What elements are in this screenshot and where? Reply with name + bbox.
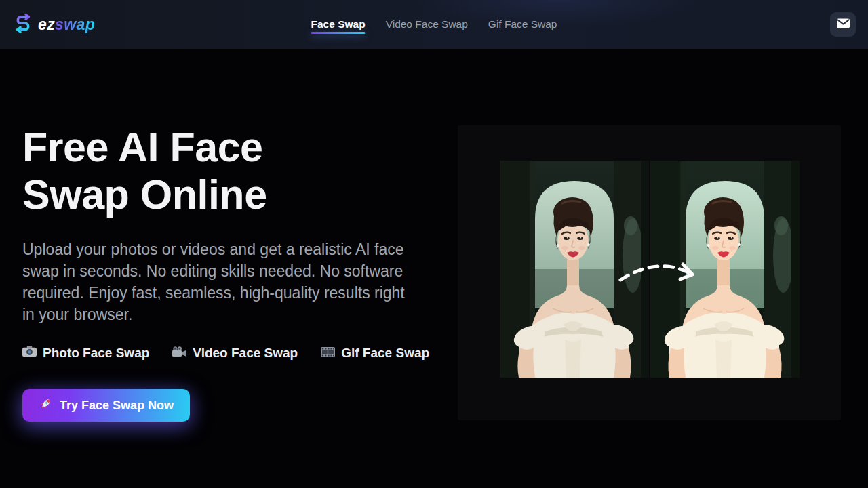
try-face-swap-button[interactable]: Try Face Swap Now (22, 389, 190, 422)
video-camera-icon (172, 346, 186, 361)
feature-photo-face-swap: Photo Face Swap (22, 345, 149, 361)
contact-mail-button[interactable] (830, 12, 856, 37)
brand-name-ez: ez (38, 16, 55, 33)
nav-item-face-swap[interactable]: Face Swap (311, 0, 366, 49)
swap-s-logo-icon (14, 13, 32, 36)
feature-list: Photo Face Swap Video Face Swap (22, 345, 429, 361)
brand-name: ezswap (38, 16, 95, 34)
active-tab-underline (311, 32, 366, 34)
face-swap-showcase-panel (458, 125, 841, 420)
page-title: Free AI Face Swap Online (22, 123, 402, 218)
rocket-icon (39, 396, 53, 414)
feature-label: Photo Face Swap (43, 346, 149, 361)
brand-logo[interactable]: ezswap (14, 0, 95, 49)
hero-description: Upload your photos or videos and get a r… (22, 239, 406, 325)
feature-label: Gif Face Swap (341, 346, 429, 361)
cta-label: Try Face Swap Now (60, 399, 174, 413)
page-title-line-1: Free AI Face (22, 124, 263, 170)
page-title-line-2: Swap Online (22, 171, 267, 218)
main-nav: Face Swap Video Face Swap Gif Face Swap (311, 0, 557, 49)
top-navigation-bar: ezswap Face Swap Video Face Swap Gif Fac… (0, 0, 868, 49)
brand-name-swap: swap (55, 16, 95, 33)
feature-gif-face-swap: Gif Face Swap (321, 345, 429, 361)
dashed-swap-arrow-icon (612, 249, 707, 292)
nav-item-label: Face Swap (311, 18, 366, 30)
feature-label: Video Face Swap (193, 346, 298, 361)
nav-item-gif-face-swap[interactable]: Gif Face Swap (488, 0, 557, 49)
nav-item-video-face-swap[interactable]: Video Face Swap (386, 0, 468, 49)
feature-video-face-swap: Video Face Swap (172, 345, 298, 361)
nav-item-label: Video Face Swap (386, 18, 468, 30)
camera-icon (22, 345, 37, 361)
mail-icon (837, 18, 850, 30)
film-strip-icon (321, 346, 335, 361)
nav-item-label: Gif Face Swap (488, 18, 557, 30)
